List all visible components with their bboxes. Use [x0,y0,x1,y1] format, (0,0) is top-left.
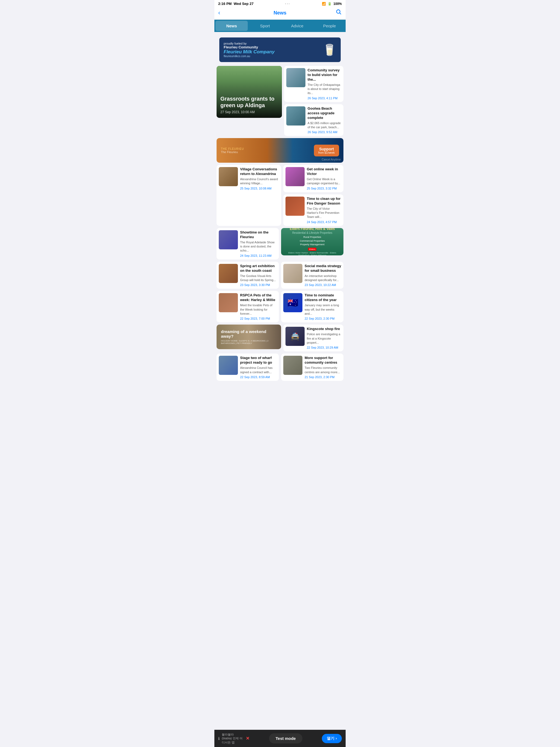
article-village[interactable]: Village Conversations return to Alexandr… [217,165,281,226]
article-img-show [219,230,238,249]
back-button[interactable]: ‹ [218,9,226,17]
featured-date: 27 Sep 2023, 10:00 AM [221,110,278,114]
article-date-online: 25 Sep 2023, 3:32 PM [307,187,341,190]
article-featured[interactable]: Grassroots grants to green up Aldinga 27… [217,66,282,118]
ad-bottles-icon: 🥛 [323,44,336,56]
ad-elders[interactable]: Elders Fleurieu, Hills & Vales Residenti… [281,228,343,255]
tab-bar: News Sport Advice People [214,20,346,32]
article-img-online [285,167,305,186]
article-date-village: 25 Sep 2023, 10:08 AM [240,187,279,190]
battery-percent: 100% [333,2,342,6]
article-desc-pets: Meet the lovable Pets of the Week lookin… [240,303,277,316]
ad-fueled-text: proudly fueled by [224,42,275,45]
article-title-pets: RSPCA Pets of the week: Harley & Millie [240,293,277,302]
ad-milk-banner[interactable]: proudly fueled by Fleurieu Community Fle… [219,37,341,62]
row-showtime: Showtime on the Fleurieu The Royal Adela… [217,228,343,259]
article-title-social: Social media strategy for small business [305,264,341,273]
article-date-fire: 24 Sep 2023, 4:57 PM [307,221,341,224]
article-desc-art: The Goolwa Visual Arts Group will hold i… [240,274,277,282]
ad-url: fleurieumilkco.com.au [224,55,275,58]
article-desc-goolwa: A $2.065 million upgrade of the car park… [308,121,341,130]
article-social-media[interactable]: Social media strategy for small business… [281,262,343,289]
header: ‹ News [214,7,346,20]
status-time: 2:16 PM Wed Sep 27 [218,2,253,6]
article-nominate-citizens[interactable]: 🇦🇺 Time to nominate citizens of the year… [281,291,343,323]
article-date-wharf: 22 Sep 2023, 8:59 AM [240,376,277,379]
row-wharf-centres: Stage two of wharf project ready to go A… [217,354,343,381]
side-articles: Community survey to build vision for the… [284,66,343,136]
row-get-online: Village Conversations return to Alexandr… [217,165,343,226]
article-title-village: Village Conversations return to Alexandr… [240,167,279,176]
ad-holiday-text: dreaming of a weekend away? [221,329,277,338]
article-title-kingscote: Kingscote shop fire [307,327,341,331]
article-goolwa-beach[interactable]: Goolwa Beach access upgrade complete A $… [284,104,343,136]
search-button[interactable] [334,9,342,17]
ad-holiday[interactable]: dreaming of a weekend away? HOLIDAY HOME… [217,325,281,349]
article-kingscote[interactable]: 🚔 Kingscote shop fire Police are investi… [283,325,343,351]
ad-elders-offices: Elders Victor Harbor · Elders Normanvill… [283,252,341,255]
ad-elders-logo: Elders [308,248,316,251]
battery-icon: 🔋 [328,2,332,6]
article-desc-centres: Two Fleurieu community centres are among… [305,366,341,374]
article-title-wharf: Stage two of wharf project ready to go [240,356,277,365]
article-date-kingscote: 22 Sep 2023, 10:29 AM [307,346,341,349]
article-img-police: 🚔 [285,327,305,346]
tab-advice[interactable]: Advice [281,20,313,32]
article-title-centres: More support for community centres [305,356,341,365]
article-title-art: Spring art exhibition on the south coast [240,264,277,273]
article-wharf[interactable]: Stage two of wharf project ready to go A… [217,354,279,381]
main-content: Grassroots grants to green up Aldinga 27… [214,66,346,405]
article-desc-community-survey: The City of Onkaparinga is about to star… [308,83,341,96]
article-title-citizens: Time to nominate citizens of the year [305,293,341,302]
article-desc-show: The Royal Adelaide Show is done and dust… [240,240,277,253]
ad-fleurieu-app[interactable]: THE FLEURIEU The Fleurieu Support from $… [217,138,343,163]
article-title-goolwa: Goolwa Beach access upgrade complete [308,106,341,120]
article-img-wharf [219,356,238,375]
article-community-survey[interactable]: Community survey to build vision for the… [284,66,343,102]
ad-app-label: THE FLEURIEU [221,147,311,150]
article-spring-art[interactable]: Spring art exhibition on the south coast… [217,262,279,289]
ad-support-btn[interactable]: Support [318,147,335,151]
article-title-fire: Time to clean up for Fire Danger Season [307,197,341,206]
article-centres[interactable]: More support for community centres Two F… [281,354,343,381]
article-rspca-pets[interactable]: RSPCA Pets of the week: Harley & Millie … [217,291,279,323]
row-art-social: Spring art exhibition on the south coast… [217,262,343,289]
status-icons: 📶 🔋 100% [322,2,342,6]
ad-holiday-sub: HOLIDAY HOME: SLEEPS 8 | 4 BEDROOMS | 2 … [221,340,277,344]
article-get-online[interactable]: Get online week in Victor Get Online Wee… [283,165,343,192]
featured-title: Grassroots grants to green up Aldinga [221,96,278,108]
row-featured: Grassroots grants to green up Aldinga 27… [217,66,343,136]
article-img-pets [219,293,238,312]
article-showtime[interactable]: Showtime on the Fleurieu The Royal Adela… [217,228,279,259]
article-title-show: Showtime on the Fleurieu [240,230,277,239]
tab-news[interactable]: News [215,21,248,31]
article-date-art: 23 Sep 2023, 3:30 PM [240,283,277,287]
article-img-social [283,264,302,283]
status-dots: ··· [285,2,290,6]
wifi-icon: 📶 [322,2,326,6]
article-date-show: 24 Sep 2023, 11:23 AM [240,254,277,257]
article-fire-danger[interactable]: Time to clean up for Fire Danger Season … [283,195,343,226]
svg-line-1 [339,13,341,15]
row-holiday-kingscote: dreaming of a weekend away? HOLIDAY HOME… [217,325,343,351]
article-img-goolwa [286,106,305,126]
article-date-social: 23 Sep 2023, 10:22 AM [305,283,341,287]
article-date-community-survey: 26 Sep 2023, 4:11 PM [308,97,341,100]
article-img-community-survey [286,68,305,87]
article-desc-village: Alexandrina Council's award winning Vill… [240,177,279,186]
ad-elders-title: Elders Fleurieu, Hills & Vales [290,228,335,231]
tab-people[interactable]: People [313,20,346,32]
article-img-fire [285,197,305,216]
article-desc-citizens: January may seem a long way off, but the… [305,303,341,316]
article-date-citizens: 22 Sep 2023, 2:30 PM [305,317,341,320]
article-desc-fire: The City of Victor Harbor's Fire Prevent… [307,207,341,219]
article-desc-online: Get Online Week is a campaign organised … [307,177,341,186]
article-desc-wharf: Alexandrina Council has signed a contrac… [240,366,277,374]
ad-support-sub: from $1/week [318,151,335,154]
ad-milk-brand: Fleurieu Milk Company [224,49,275,55]
tab-sport[interactable]: Sport [249,20,281,32]
article-date-pets: 22 Sep 2023, 7:00 PM [240,317,277,320]
article-img-art [219,264,238,283]
ad-app-brand: The Fleurieu [221,150,311,154]
article-img-centres [283,356,302,375]
